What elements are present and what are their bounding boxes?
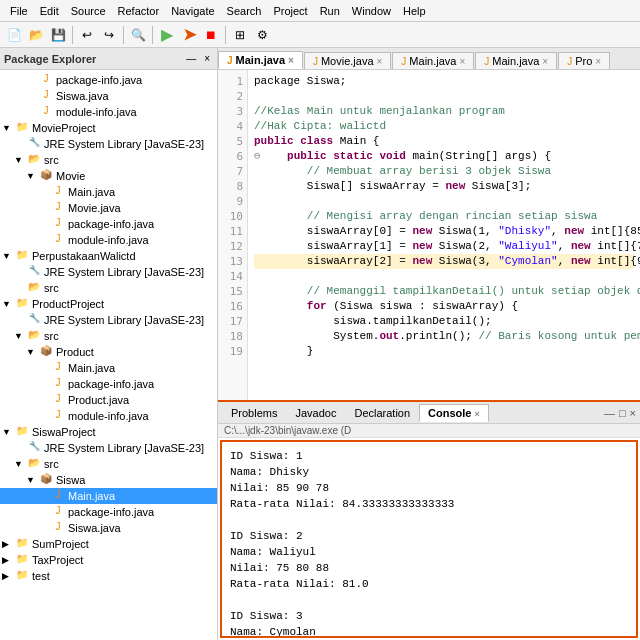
tree-productproject[interactable]: ▼ 📁 ProductProject bbox=[0, 296, 217, 312]
tree-module-movie[interactable]: J module-info.java bbox=[0, 232, 217, 248]
pkg-icon: 📦 bbox=[38, 345, 54, 359]
tree-movieproject[interactable]: ▼ 📁 MovieProject bbox=[0, 120, 217, 136]
tab-close[interactable]: × bbox=[542, 56, 548, 67]
console-maximize[interactable]: □ bbox=[619, 407, 626, 419]
tab-close[interactable]: × bbox=[288, 55, 294, 66]
console-close[interactable]: × bbox=[475, 409, 480, 419]
tree-jre-siswa[interactable]: 🔧 JRE System Library [JavaSE-23] bbox=[0, 440, 217, 456]
tree-jre-movie[interactable]: 🔧 JRE System Library [JavaSE-23] bbox=[0, 136, 217, 152]
settings-btn[interactable]: ⚙ bbox=[252, 25, 272, 45]
tree-main-movie[interactable]: J Main.java bbox=[0, 184, 217, 200]
stop-btn[interactable]: ⏹ bbox=[201, 25, 221, 45]
tree-main-siswa[interactable]: J Main.java bbox=[0, 488, 217, 504]
tab-label: Main.java bbox=[236, 54, 286, 66]
expand-icon[interactable]: ▼ bbox=[2, 299, 14, 309]
save-btn[interactable]: 💾 bbox=[48, 25, 68, 45]
expand-icon[interactable]: ▼ bbox=[26, 171, 38, 181]
tree-pkg-siswa[interactable]: J package-info.java bbox=[0, 504, 217, 520]
search-toolbar-btn[interactable]: 🔍 bbox=[128, 25, 148, 45]
menu-help[interactable]: Help bbox=[397, 3, 432, 19]
jre-icon: 🔧 bbox=[26, 265, 42, 279]
menu-file[interactable]: File bbox=[4, 3, 34, 19]
line-num: 10 bbox=[218, 209, 247, 224]
perspective-btn[interactable]: ⊞ bbox=[230, 25, 250, 45]
expand-icon[interactable]: ▼ bbox=[2, 123, 14, 133]
tab-declaration[interactable]: Declaration bbox=[345, 404, 419, 422]
tab-movie-java[interactable]: J Movie.java × bbox=[304, 52, 391, 69]
console-close-panel[interactable]: × bbox=[630, 407, 636, 419]
debug-btn[interactable]: ▶ bbox=[157, 25, 177, 45]
expand-icon[interactable]: ▼ bbox=[14, 459, 26, 469]
tree-movie-pkg[interactable]: ▼ 📦 Movie bbox=[0, 168, 217, 184]
tree-movie-java[interactable]: J Movie.java bbox=[0, 200, 217, 216]
expand-icon[interactable]: ▼ bbox=[14, 155, 26, 165]
menu-search[interactable]: Search bbox=[221, 3, 268, 19]
expand-icon[interactable]: ▼ bbox=[2, 427, 14, 437]
tab-main-java-1[interactable]: J Main.java × bbox=[218, 51, 303, 69]
tree-taxproject[interactable]: ▶ 📁 TaxProject bbox=[0, 552, 217, 568]
tab-close[interactable]: × bbox=[377, 56, 383, 67]
tab-java-icon: J bbox=[313, 56, 318, 67]
tab-pro[interactable]: J Pro × bbox=[558, 52, 610, 69]
tab-java-icon: J bbox=[401, 56, 406, 67]
menu-refactor[interactable]: Refactor bbox=[112, 3, 166, 19]
tree-test[interactable]: ▶ 📁 test bbox=[0, 568, 217, 584]
tab-problems[interactable]: Problems bbox=[222, 404, 286, 422]
expand-icon[interactable]: ▼ bbox=[2, 251, 14, 261]
open-btn[interactable]: 📂 bbox=[26, 25, 46, 45]
tree-src-siswa[interactable]: ▼ 📂 src bbox=[0, 456, 217, 472]
console-minimize[interactable]: — bbox=[604, 407, 615, 419]
tree-src-perp[interactable]: 📂 src bbox=[0, 280, 217, 296]
sidebar-tree: J package-info.java J Siswa.java J modul… bbox=[0, 70, 217, 640]
tree-jre-perp[interactable]: 🔧 JRE System Library [JavaSE-23] bbox=[0, 264, 217, 280]
new-btn[interactable]: 📄 bbox=[4, 25, 24, 45]
menu-edit[interactable]: Edit bbox=[34, 3, 65, 19]
tab-main-java-2[interactable]: J Main.java × bbox=[392, 52, 474, 69]
tree-siswa-pkg[interactable]: ▼ 📦 Siswa bbox=[0, 472, 217, 488]
tree-module-info-1[interactable]: J module-info.java bbox=[0, 104, 217, 120]
sidebar-close[interactable]: × bbox=[201, 52, 213, 65]
menu-window[interactable]: Window bbox=[346, 3, 397, 19]
tree-pkg-product[interactable]: J package-info.java bbox=[0, 376, 217, 392]
tab-close[interactable]: × bbox=[595, 56, 601, 67]
tree-main-product[interactable]: J Main.java bbox=[0, 360, 217, 376]
redo-btn[interactable]: ↪ bbox=[99, 25, 119, 45]
tab-main-java-3[interactable]: J Main.java × bbox=[475, 52, 557, 69]
tab-javadoc[interactable]: Javadoc bbox=[286, 404, 345, 422]
expand-icon[interactable]: ▼ bbox=[26, 475, 38, 485]
tree-siswa-java-2[interactable]: J Siswa.java bbox=[0, 520, 217, 536]
expand-icon[interactable]: ▼ bbox=[26, 347, 38, 357]
expand-icon[interactable]: ▶ bbox=[2, 555, 14, 565]
tree-sumproject[interactable]: ▶ 📁 SumProject bbox=[0, 536, 217, 552]
menu-project[interactable]: Project bbox=[267, 3, 313, 19]
menu-navigate[interactable]: Navigate bbox=[165, 3, 220, 19]
sidebar-minimize[interactable]: — bbox=[183, 52, 199, 65]
code-line-2 bbox=[254, 89, 634, 104]
tree-product-pkg[interactable]: ▼ 📦 Product bbox=[0, 344, 217, 360]
tree-module-product[interactable]: J module-info.java bbox=[0, 408, 217, 424]
run-arrow[interactable]: ➤ bbox=[179, 25, 199, 45]
code-editor[interactable]: package Siswa; //Kelas Main untuk menjal… bbox=[248, 70, 640, 400]
tree-pkg-info-1[interactable]: J package-info.java bbox=[0, 72, 217, 88]
tree-siswa-java-1[interactable]: J Siswa.java bbox=[0, 88, 217, 104]
sep-2 bbox=[123, 26, 124, 44]
menu-run[interactable]: Run bbox=[314, 3, 346, 19]
undo-btn[interactable]: ↩ bbox=[77, 25, 97, 45]
line-num: 11 bbox=[218, 224, 247, 239]
expand-icon[interactable]: ▶ bbox=[2, 539, 14, 549]
expand-icon[interactable]: ▶ bbox=[2, 571, 14, 581]
console-output[interactable]: ID Siswa: 1 Nama: Dhisky Nilai: 85 90 78… bbox=[220, 440, 638, 638]
main-layout: Package Explorer — × J package-info.java… bbox=[0, 48, 640, 640]
tree-perpustakaan[interactable]: ▼ 📁 PerpustakaanWalictd bbox=[0, 248, 217, 264]
tree-product-java[interactable]: J Product.java bbox=[0, 392, 217, 408]
tree-pkg-movie[interactable]: J package-info.java bbox=[0, 216, 217, 232]
tab-console[interactable]: Console× bbox=[419, 404, 489, 422]
tree-src-product[interactable]: ▼ 📂 src bbox=[0, 328, 217, 344]
expand-icon[interactable]: ▼ bbox=[14, 331, 26, 341]
tab-close[interactable]: × bbox=[459, 56, 465, 67]
tree-jre-product[interactable]: 🔧 JRE System Library [JavaSE-23] bbox=[0, 312, 217, 328]
tree-src-movie[interactable]: ▼ 📂 src bbox=[0, 152, 217, 168]
menu-source[interactable]: Source bbox=[65, 3, 112, 19]
tree-label: module-info.java bbox=[68, 234, 149, 246]
tree-siswaproject[interactable]: ▼ 📁 SiswaProject bbox=[0, 424, 217, 440]
